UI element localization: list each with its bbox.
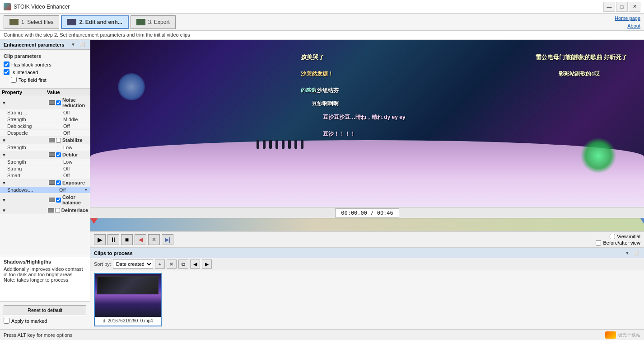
home-page-link[interactable]: Home page bbox=[615, 14, 640, 22]
noise-reduction-section[interactable]: ▼ Noise reduction bbox=[0, 96, 90, 109]
dancer-2 bbox=[263, 140, 266, 149]
titlebar-controls: — □ ✕ bbox=[603, 2, 640, 12]
cb-expand-icon[interactable]: ▼ bbox=[2, 198, 47, 203]
top-field-first-row[interactable]: Top field first bbox=[11, 77, 86, 83]
view-initial-checkbox[interactable] bbox=[610, 234, 615, 239]
timeline-track[interactable] bbox=[90, 218, 644, 231]
about-link[interactable]: About bbox=[627, 22, 640, 30]
step1-button[interactable]: 1. Select files bbox=[4, 15, 59, 29]
pause-button[interactable]: ⏸ bbox=[107, 234, 119, 245]
clips-copy-button[interactable]: ⧉ bbox=[178, 260, 188, 269]
overlay-text-4: 沙突然发糖！ bbox=[301, 70, 333, 78]
is-interlaced-row[interactable]: Is interlaced bbox=[4, 69, 86, 75]
dancer-4 bbox=[275, 140, 278, 149]
timeline[interactable] bbox=[90, 218, 644, 231]
mark-in-button[interactable]: ◀ bbox=[135, 234, 146, 245]
timecode-display: 00:00.00 / 00:46 bbox=[335, 208, 399, 217]
timeline-playhead-marker bbox=[90, 218, 98, 224]
stop-button[interactable]: ■ bbox=[121, 234, 133, 245]
stab-strength-label: Strength bbox=[7, 145, 63, 150]
clips-content: d_201676319290_0.mp4 bbox=[90, 270, 644, 329]
green-blob bbox=[580, 137, 616, 174]
minimize-button[interactable]: — bbox=[603, 2, 615, 12]
watermark: 极光下载站 bbox=[605, 331, 640, 339]
goto-button[interactable]: ▶| bbox=[162, 234, 173, 245]
mark-out-button[interactable]: ✕ bbox=[148, 234, 160, 245]
cb-icon bbox=[49, 198, 55, 202]
exp-checkbox[interactable] bbox=[56, 180, 61, 185]
deblur-section[interactable]: ▼ Deblur bbox=[0, 151, 90, 159]
stepbar: 1. Select files 2. Edit and enh... 3. Ex… bbox=[0, 14, 644, 31]
close-button[interactable]: ✕ bbox=[629, 2, 640, 12]
cb-checkbox[interactable] bbox=[56, 198, 61, 203]
deblur-smart-row: Smart Off bbox=[0, 172, 90, 179]
deblur-expand-icon[interactable]: ▼ bbox=[2, 152, 47, 157]
is-interlaced-label: Is interlaced bbox=[11, 70, 38, 75]
deinterlace-section[interactable]: ▼ Deinterlace bbox=[0, 207, 90, 214]
stabilize-section[interactable]: ▼ Stabilize bbox=[0, 137, 90, 144]
maximize-button[interactable]: □ bbox=[616, 2, 628, 12]
before-after-checkbox[interactable] bbox=[596, 240, 601, 246]
step3-button[interactable]: 3. Export bbox=[131, 15, 176, 29]
nr-strength-row: Strength Middle bbox=[0, 116, 90, 123]
nr-label: Noise reduction bbox=[62, 97, 88, 108]
panel-float-button[interactable]: ⬜ bbox=[78, 42, 86, 47]
clip-item-1[interactable]: d_201676319290_0.mp4 bbox=[94, 273, 162, 326]
overlay-text-8: 的感觉 bbox=[301, 87, 316, 94]
view-initial-label[interactable]: View initial bbox=[610, 234, 640, 239]
statusbar-text: Press ALT key for more options bbox=[4, 332, 72, 338]
play-button[interactable]: ▶ bbox=[94, 234, 106, 245]
step3-icon bbox=[136, 19, 145, 25]
transport-bar: ▶ ⏸ ■ ◀ ✕ ▶| View initial Be bbox=[90, 231, 644, 248]
overlay-text-7: 豆纱啊啊啊 bbox=[312, 100, 339, 108]
overlay-text-9: 豆沙豆沙豆…晴ね，晴れ dy ey ey bbox=[323, 113, 406, 121]
apply-to-marked-row[interactable]: Apply to marked bbox=[4, 318, 86, 324]
panel-pin-button[interactable]: ▼ bbox=[70, 42, 77, 47]
enhancement-panel-title: Enhancement parameters bbox=[4, 42, 65, 47]
nr-checkbox[interactable] bbox=[56, 100, 61, 105]
exposure-section[interactable]: ▼ Exposure bbox=[0, 179, 90, 187]
clips-float-button[interactable]: ⬜ bbox=[632, 250, 640, 255]
stab-expand-icon[interactable]: ▼ bbox=[2, 138, 47, 143]
di-expand-icon[interactable]: ▼ bbox=[2, 208, 46, 213]
stab-checkbox[interactable] bbox=[56, 138, 61, 143]
nr-expand-icon[interactable]: ▼ bbox=[2, 100, 47, 105]
di-icon bbox=[48, 208, 54, 212]
shadows-row[interactable]: Shadows.... Off ▼ bbox=[0, 187, 90, 194]
sort-select[interactable]: Date created Name Duration bbox=[113, 260, 153, 269]
step2-button[interactable]: 2. Edit and enh... bbox=[61, 15, 128, 29]
clips-pin-button[interactable]: ▼ bbox=[624, 250, 631, 255]
nr-strong-value: Off bbox=[63, 110, 88, 115]
blue-blob bbox=[118, 73, 145, 100]
stage-floor bbox=[90, 140, 644, 207]
deblur-strong-value: Off bbox=[63, 166, 88, 171]
left-bottom-buttons: Reset to default Apply to marked bbox=[0, 301, 90, 329]
deblur-strength-row: Strength Low bbox=[0, 159, 90, 165]
shadows-dropdown-icon[interactable]: ▼ bbox=[84, 188, 88, 192]
apply-to-marked-checkbox[interactable] bbox=[4, 318, 9, 324]
clips-add-button[interactable]: + bbox=[155, 260, 165, 269]
reset-button[interactable]: Reset to default bbox=[4, 305, 86, 315]
clips-panel-controls: ▼ ⬜ bbox=[624, 250, 640, 255]
clips-next-button[interactable]: ▶ bbox=[202, 260, 212, 269]
deblur-icon bbox=[49, 152, 55, 157]
clip-params-title: Clip parameters bbox=[4, 53, 86, 59]
top-field-first-checkbox[interactable] bbox=[11, 77, 17, 83]
shadows-label: Shadows.... bbox=[7, 187, 59, 193]
exp-expand-icon[interactable]: ▼ bbox=[2, 180, 47, 185]
clips-delete-button[interactable]: ✕ bbox=[167, 260, 177, 269]
has-black-borders-checkbox[interactable] bbox=[4, 61, 9, 67]
statusbar-right: 极光下载站 bbox=[605, 331, 640, 339]
color-balance-section[interactable]: ▼ Color balance bbox=[0, 194, 90, 207]
clip-thumbnail-1 bbox=[95, 274, 161, 317]
is-interlaced-checkbox[interactable] bbox=[4, 69, 9, 75]
di-checkbox[interactable] bbox=[55, 208, 60, 213]
prop-table-header: Property Value bbox=[0, 89, 90, 96]
before-after-label[interactable]: Before/after view bbox=[596, 240, 640, 246]
clips-prev-button[interactable]: ◀ bbox=[190, 260, 200, 269]
description-box: Shadows/Highligths Additionally improves… bbox=[0, 256, 90, 301]
has-black-borders-row[interactable]: Has black borders bbox=[4, 61, 86, 67]
right-area: 孩美哭了 雷公电母门前翩迪、 好伟大的歌曲 好听死了 沙突然发糖！ 彩彩站副歌的… bbox=[90, 40, 644, 329]
watermark-text: 极光下载站 bbox=[618, 332, 640, 338]
deblur-checkbox[interactable] bbox=[56, 152, 61, 157]
